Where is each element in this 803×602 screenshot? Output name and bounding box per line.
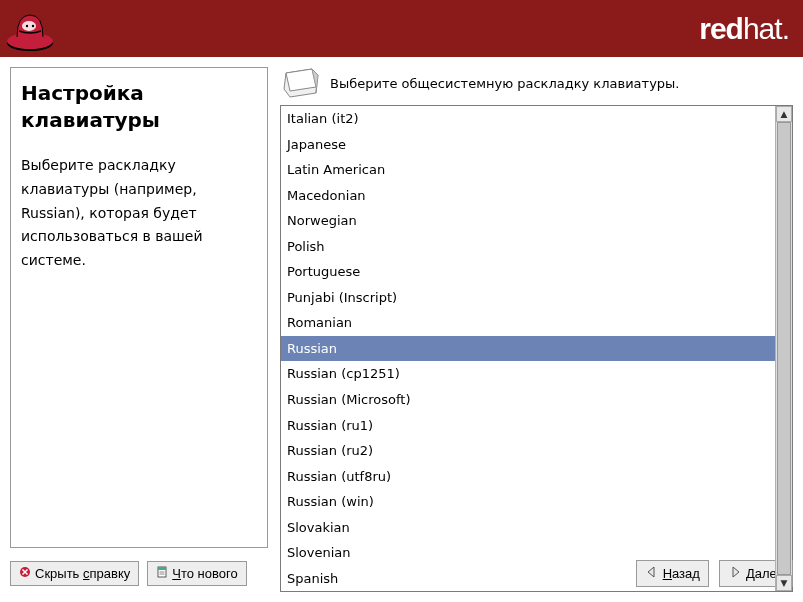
list-item[interactable]: Romanian — [281, 310, 775, 336]
list-item[interactable]: Polish — [281, 234, 775, 260]
scroll-up-button[interactable]: ▲ — [776, 106, 792, 122]
list-item[interactable]: Macedonian — [281, 183, 775, 209]
brand-text: redhat. — [699, 12, 789, 46]
list-item[interactable]: Russian (ru1) — [281, 413, 775, 439]
list-item[interactable]: Latin American — [281, 157, 775, 183]
svg-point-3 — [26, 25, 28, 27]
right-panel: Выберите общесистемную раскладку клавиат… — [280, 67, 793, 548]
whats-new-button[interactable]: Что нового — [147, 561, 246, 586]
list-item[interactable]: Portuguese — [281, 259, 775, 285]
list-item[interactable]: Punjabi (Inscript) — [281, 285, 775, 311]
scrollbar[interactable]: ▲ ▼ — [775, 106, 792, 591]
help-title: Настройка клавиатуры — [21, 80, 257, 134]
svg-point-4 — [32, 25, 34, 27]
list-item[interactable]: Norwegian — [281, 208, 775, 234]
scroll-thumb[interactable] — [777, 122, 791, 575]
close-icon — [19, 566, 31, 581]
list-item[interactable]: Russian (Microsoft) — [281, 387, 775, 413]
header-bar: redhat. — [0, 0, 803, 57]
list-item[interactable]: Russian (cp1251) — [281, 361, 775, 387]
list-item[interactable]: Russian (win) — [281, 489, 775, 515]
svg-rect-7 — [158, 567, 166, 570]
list-item[interactable]: Japanese — [281, 132, 775, 158]
keyboard-layout-list[interactable]: Italian (it2)JapaneseLatin AmericanMaced… — [281, 106, 775, 591]
hide-help-button[interactable]: Скрыть справку — [10, 561, 139, 586]
list-item[interactable]: Italian (it2) — [281, 106, 775, 132]
list-item[interactable]: Russian — [281, 336, 775, 362]
keyboard-key-icon — [282, 67, 320, 99]
instruction-row: Выберите общесистемную раскладку клавиат… — [280, 67, 793, 99]
arrow-right-icon — [728, 565, 742, 582]
redhat-logo-icon — [0, 0, 60, 57]
back-button[interactable]: Назад — [636, 560, 709, 587]
list-item[interactable]: Slovakian — [281, 515, 775, 541]
keyboard-layout-list-container: Italian (it2)JapaneseLatin AmericanMaced… — [280, 105, 793, 592]
help-body: Выберите раскладку клавиатуры (например,… — [21, 154, 257, 273]
main-content: Настройка клавиатуры Выберите раскладку … — [0, 57, 803, 554]
instruction-text: Выберите общесистемную раскладку клавиат… — [330, 76, 679, 91]
list-item[interactable]: Russian (utf8ru) — [281, 464, 775, 490]
arrow-left-icon — [645, 565, 659, 582]
help-panel: Настройка клавиатуры Выберите раскладку … — [10, 67, 268, 548]
list-item[interactable]: Russian (ru2) — [281, 438, 775, 464]
scroll-down-button[interactable]: ▼ — [776, 575, 792, 591]
document-icon — [156, 566, 168, 581]
